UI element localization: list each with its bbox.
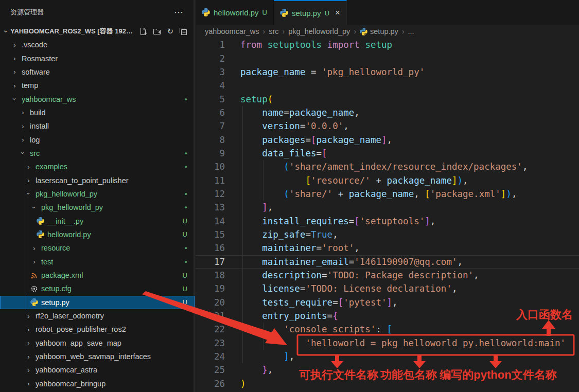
code-text: ], [240, 202, 273, 212]
tree-item-install[interactable]: ›install [0, 119, 195, 133]
code-line-20[interactable]: 20 tests_require=['pytest'], [196, 296, 579, 309]
chevron-right-icon[interactable]: › [24, 163, 33, 171]
chevron-right-icon[interactable]: › [10, 68, 19, 76]
tree-item-pkg_helloworld_py[interactable]: ›pkg_helloworld_py● [0, 201, 195, 214]
tree-item-.vscode[interactable]: ›.vscode [0, 38, 195, 51]
chevron-right-icon[interactable]: › [10, 55, 19, 62]
tab-helloworld.py[interactable]: helloworld.pyU [196, 0, 274, 25]
code-line-1[interactable]: 1from setuptools import setup [196, 38, 579, 51]
new-file-icon[interactable] [139, 27, 147, 35]
code-line-10[interactable]: 10 ('share/ament_index/resource_index/pa… [196, 160, 579, 173]
tree-item-yahboomcar_bringup[interactable]: ›yahboomcar_bringup [0, 377, 195, 390]
breadcrumb-item-src[interactable]: src [269, 27, 278, 35]
tree-item-yahboom_app_save_map[interactable]: ›yahboom_app_save_map [0, 336, 195, 350]
close-icon[interactable]: × [335, 8, 340, 18]
collapse-all-icon[interactable] [179, 27, 187, 35]
chevron-right-icon[interactable]: › [30, 244, 39, 252]
code-line-11[interactable]: 11 ['resource/' + package_name]), [196, 173, 579, 187]
tree-item-package.xml[interactable]: package.xmlU [0, 269, 195, 282]
tab-dirty-badge: U [262, 9, 267, 16]
chevron-right-icon[interactable]: › [19, 109, 27, 116]
breadcrumb-item-...[interactable]: ... [408, 27, 414, 35]
chevron-down-icon[interactable]: › [19, 149, 27, 157]
tree-item-yahboom_web_savmap_interfaces[interactable]: ›yahboom_web_savmap_interfaces [0, 350, 195, 363]
workspace-root-row[interactable]: › YAHBOOMCAR_ROS2_WS [容器 192… ↻ [0, 25, 194, 38]
chevron-down-icon[interactable]: › [2, 27, 10, 35]
code-line-7[interactable]: 7 version='0.0.0', [196, 119, 579, 133]
chevron-right-icon[interactable]: › [24, 176, 33, 184]
code-line-15[interactable]: 15 zip_safe=True, [196, 228, 579, 241]
tree-item-yahboomcar_ws[interactable]: ›yahboomcar_ws● [0, 92, 195, 105]
breadcrumb-item-setup.py[interactable]: setup.py [360, 27, 398, 35]
tree-item-resource[interactable]: ›resource● [0, 241, 195, 255]
chevron-right-icon[interactable]: › [19, 122, 27, 130]
chevron-right-icon[interactable]: › [10, 41, 19, 49]
tree-item-temp[interactable]: ›temp [0, 79, 195, 92]
chevron-down-icon[interactable]: › [25, 189, 32, 198]
refresh-icon[interactable]: ↻ [167, 27, 173, 35]
tree-item-test[interactable]: ›test● [0, 255, 195, 269]
chevron-right-icon[interactable]: › [19, 136, 27, 144]
new-folder-icon[interactable] [153, 27, 161, 35]
code-line-25[interactable]: 25 }, [196, 363, 579, 377]
chevron-right-icon[interactable]: › [24, 366, 33, 374]
tree-item-rf2o_laser_odometry[interactable]: ›rf2o_laser_odometry [0, 309, 195, 323]
code-line-2[interactable]: 2 [196, 51, 579, 65]
tree-item-helloworld.py[interactable]: helloworld.pyU [0, 228, 195, 241]
tree-item-__init__.py[interactable]: __init__.pyU [0, 214, 195, 227]
tree-item-laserscan_to_point_pulisher[interactable]: ›laserscan_to_point_pulisher [0, 173, 195, 187]
code-line-19[interactable]: 19 license='TODO: License declaration', [196, 282, 579, 295]
tree-item-robot_pose_publisher_ros2[interactable]: ›robot_pose_publisher_ros2 [0, 323, 195, 336]
chevron-down-icon[interactable]: › [30, 203, 38, 212]
code-text: data_files=[ [240, 148, 327, 158]
chevron-right-icon[interactable]: › [24, 353, 33, 361]
tree-item-label: install [30, 122, 49, 130]
chevron-right-icon[interactable]: › [24, 326, 33, 333]
code-line-21[interactable]: 21 entry_points={ [196, 309, 579, 323]
chevron-right-icon[interactable]: › [24, 312, 33, 320]
code-line-23[interactable]: 23 'helloworld = pkg_helloworld_py.hello… [196, 336, 579, 350]
tree-item-pkg_helloworld_py[interactable]: ›pkg_helloworld_py● [0, 187, 195, 201]
code-line-24[interactable]: 24 ], [196, 350, 579, 363]
chevron-right-icon[interactable]: › [24, 339, 33, 347]
code-line-6[interactable]: 6 name=package_name, [196, 106, 579, 119]
code-line-4[interactable]: 4 [196, 79, 579, 92]
code-line-3[interactable]: 3package_name = 'pkg_helloworld_py' [196, 65, 579, 79]
code-line-22[interactable]: 22 'console_scripts': [ [196, 323, 579, 336]
code-text: package_name = 'pkg_helloworld_py' [240, 67, 425, 77]
line-number: 22 [196, 324, 225, 334]
code-line-8[interactable]: 8 packages=[package_name], [196, 133, 579, 146]
code-line-9[interactable]: 9 data_files=[ [196, 147, 579, 160]
chevron-right-icon[interactable]: › [24, 380, 33, 387]
tree-item-setup.py[interactable]: setup.pyU [0, 296, 195, 309]
git-modified-dot: ● [185, 147, 187, 160]
code-line-5[interactable]: 5setup( [196, 92, 579, 105]
chevron-down-icon[interactable]: › [11, 95, 19, 103]
chevron-right-icon[interactable]: › [30, 258, 39, 265]
tab-setup.py[interactable]: setup.pyU× [274, 0, 347, 25]
code-line-13[interactable]: 13 ], [196, 201, 579, 214]
chevron-right-icon[interactable]: › [10, 82, 19, 90]
tree-item-build[interactable]: ›build [0, 106, 195, 119]
code-text: packages=[package_name], [240, 135, 392, 145]
code-line-18[interactable]: 18 description='TODO: Package descriptio… [196, 269, 579, 282]
code-editor[interactable]: 1from setuptools import setup23package_n… [196, 38, 579, 390]
code-line-12[interactable]: 12 ('share/' + package_name, ['package.x… [196, 187, 579, 201]
line-number: 14 [196, 216, 225, 226]
explorer-more-icon[interactable]: ⋯ [174, 7, 184, 18]
tree-item-label: yahboom_web_savmap_interfaces [36, 352, 151, 361]
code-line-26[interactable]: 26) [196, 377, 579, 390]
tree-item-software[interactable]: ›software [0, 65, 195, 79]
breadcrumb-item-pkg_helloworld_py[interactable]: pkg_helloworld_py [288, 27, 350, 35]
breadcrumb-item-yahboomcar_ws[interactable]: yahboomcar_ws [205, 27, 259, 35]
tree-item-setup.cfg[interactable]: setup.cfgU [0, 282, 195, 295]
code-line-17[interactable]: 17 maintainer_email='1461190907@qq.com', [196, 255, 579, 269]
tree-item-examples[interactable]: ›examples● [0, 160, 195, 173]
tree-item-yahboomcar_astra[interactable]: ›yahboomcar_astra [0, 363, 195, 377]
tree-item-src[interactable]: ›src● [0, 147, 195, 160]
git-untracked-badge: U [183, 228, 187, 241]
code-line-16[interactable]: 16 maintainer='root', [196, 241, 579, 255]
tree-item-Rosmaster[interactable]: ›Rosmaster [0, 51, 195, 65]
code-line-14[interactable]: 14 install_requires=['setuptools'], [196, 214, 579, 227]
tree-item-log[interactable]: ›log [0, 133, 195, 146]
